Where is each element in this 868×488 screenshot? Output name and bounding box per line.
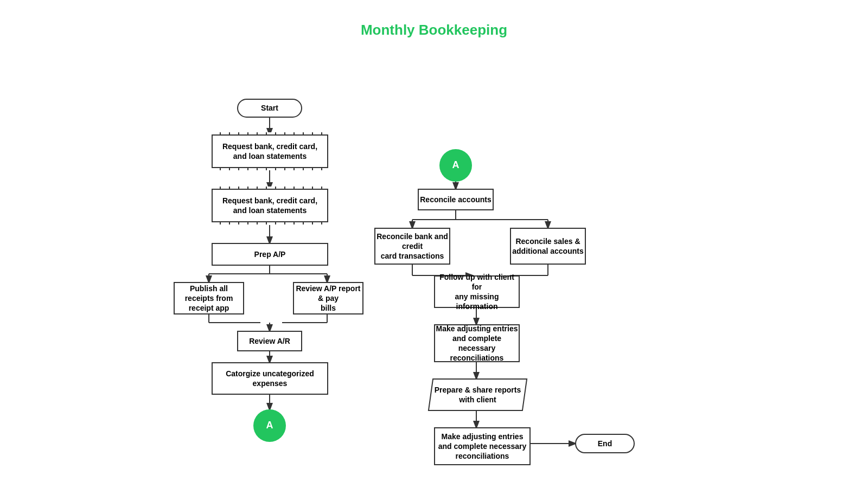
connector-a-right: A (439, 149, 472, 182)
end-node: End (575, 434, 635, 453)
review-ap-node: Review A/P report & paybills (293, 282, 363, 314)
review-ap-text: Review A/P report & paybills (294, 284, 362, 313)
reconcile-sales-text: Reconcile sales &additional accounts (512, 236, 583, 256)
page-title: Monthly Bookkeeping (0, 0, 868, 38)
connector-a-left: A (253, 409, 286, 442)
adjusting1-text: Make adjusting entriesand complete neces… (435, 324, 519, 363)
reconcile-bank-text: Reconcile bank and creditcard transactio… (375, 232, 449, 261)
adjusting2-text: Make adjusting entriesand complete neces… (438, 432, 527, 461)
arrows-layer (0, 54, 868, 488)
adjusting2-node: Make adjusting entriesand complete neces… (434, 427, 531, 465)
start-node: Start (237, 99, 302, 118)
categorize-text: Catorgize uncategorizedexpenses (226, 369, 314, 388)
categorize-node: Catorgize uncategorizedexpenses (212, 362, 328, 395)
publish-node: Publish all receipts fromreceipt app (174, 282, 244, 314)
adjusting1-node: Make adjusting entriesand complete neces… (434, 324, 520, 362)
follow-up-node: Follow up with client forany missing inf… (434, 275, 520, 308)
reconcile-bank-node: Reconcile bank and creditcard transactio… (374, 228, 450, 265)
prep-ap-node: Prep A/P (212, 243, 328, 266)
reconcile-accounts-node: Reconcile accounts (418, 189, 494, 210)
diagram-container: Start Request bank, credit card,and loan… (0, 54, 868, 488)
request2-text: Request bank, credit card,and loan state… (222, 196, 317, 215)
follow-up-text: Follow up with client forany missing inf… (435, 272, 519, 312)
review-ar-node: Review A/R (237, 331, 302, 351)
publish-text: Publish all receipts fromreceipt app (175, 284, 243, 313)
request1-text: Request bank, credit card,and loan state… (222, 142, 317, 161)
reconcile-sales-node: Reconcile sales &additional accounts (510, 228, 586, 265)
prepare-reports-text: Prepare & share reportswith client (435, 385, 521, 404)
